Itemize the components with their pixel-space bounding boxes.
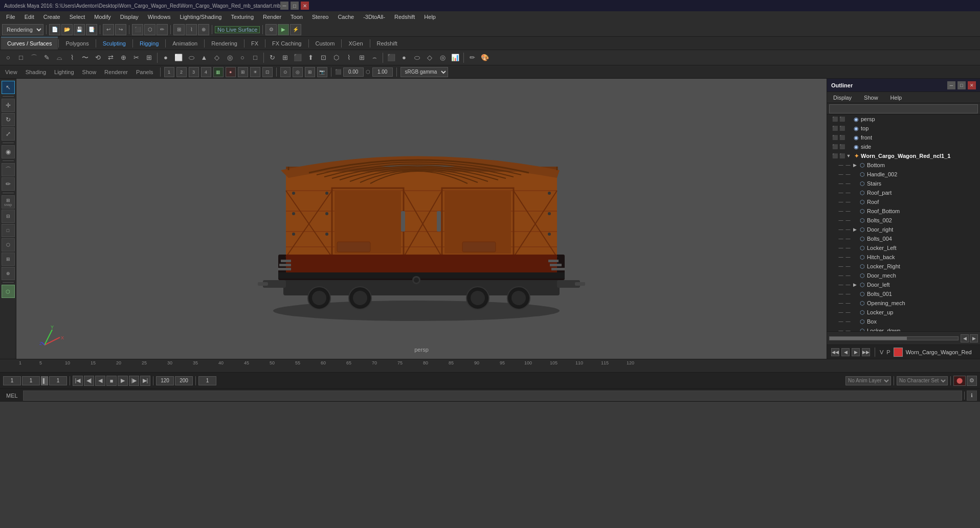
arc-tool[interactable]: ⌓	[53, 52, 65, 64]
outliner-maximize[interactable]: □	[957, 81, 966, 89]
tab-rigging[interactable]: Rigging	[133, 37, 165, 50]
loft-tool[interactable]: ⊞	[279, 52, 291, 64]
vis-icon2-roofbottom[interactable]: —	[844, 208, 852, 215]
auto-key-button[interactable]: ⬤	[953, 376, 966, 386]
outliner-item-roofpart[interactable]: — — ⬡ Roof_part	[827, 188, 980, 197]
gamma-field[interactable]	[372, 67, 393, 77]
vis-icon-bottom[interactable]: —	[837, 162, 844, 169]
renderer-menu[interactable]: Renderer	[101, 68, 131, 76]
render-group[interactable]: ⬡	[2, 238, 15, 251]
vis-icon-lockerdown[interactable]: —	[837, 327, 844, 331]
view-light[interactable]: ☀	[250, 67, 260, 77]
expand-side[interactable]	[845, 144, 852, 150]
extrude-tool[interactable]: ⬆	[304, 52, 317, 64]
char-settings-button[interactable]: ⚙	[967, 376, 977, 386]
outliner-item-roof[interactable]: — — ⬡ Roof	[827, 197, 980, 206]
vis-icon2-stairs[interactable]: —	[844, 180, 852, 187]
play-button[interactable]: ▶	[118, 376, 128, 386]
play-back-button[interactable]: ◀	[95, 376, 105, 386]
nurbs-sphere-tool[interactable]: ●	[160, 52, 172, 64]
material-swatch[interactable]	[894, 348, 903, 357]
vis-icon-front[interactable]: ⬛	[831, 134, 838, 141]
expand-bolts002[interactable]	[852, 217, 858, 223]
vis-icon2-lockerleft[interactable]: —	[844, 244, 852, 251]
menu-file[interactable]: File	[2, 13, 19, 21]
outliner-display-menu[interactable]: Display	[829, 94, 856, 102]
poly-torus-tool[interactable]: ◎	[436, 52, 449, 64]
lasso-button[interactable]: ⬡	[144, 24, 155, 35]
viewport-hud-button[interactable]: ⊞	[305, 67, 315, 77]
menu-edit[interactable]: Edit	[20, 13, 38, 21]
outliner-item-hitchback[interactable]: — — ⬡ Hitch_back	[827, 252, 980, 262]
expand-top[interactable]	[845, 125, 852, 131]
outliner-minimize[interactable]: ─	[947, 81, 955, 89]
character-set-select[interactable]: No Character Set	[897, 376, 948, 385]
view-menu[interactable]: View	[2, 68, 20, 76]
outliner-scrollbar-h[interactable]	[829, 336, 959, 340]
vis-icon-bolts004[interactable]: —	[837, 235, 844, 242]
tab-fx-caching[interactable]: FX Caching	[266, 37, 307, 50]
vis-icon2-doorright[interactable]: —	[844, 226, 852, 233]
outliner-item-doormech[interactable]: — — ⬡ Door_mech	[827, 271, 980, 280]
menu-lighting-shading[interactable]: Lighting/Shading	[175, 13, 226, 21]
anim-start-field[interactable]: 1	[3, 376, 21, 385]
step-back-button[interactable]: ◀|	[84, 376, 94, 386]
expand-bolts001[interactable]	[852, 291, 858, 297]
panels-menu[interactable]: Panels	[133, 68, 157, 76]
vis-icon2-bolts004[interactable]: —	[844, 235, 852, 242]
vis-icon-roof[interactable]: —	[837, 198, 844, 205]
prev-frame-button[interactable]: ◀	[841, 348, 850, 356]
shading-menu[interactable]: Shading	[23, 68, 49, 76]
outliner-item-handle002[interactable]: — — ⬡ Handle_002	[827, 170, 980, 179]
outliner-item-side[interactable]: ⬛ ⬛ ◉ side	[827, 142, 980, 151]
view-mode-3[interactable]: 3	[189, 67, 199, 77]
vis-icon-doormech[interactable]: —	[837, 272, 844, 279]
frame-number-field[interactable]	[198, 376, 216, 385]
vis-icon-persp[interactable]: ⬛	[831, 116, 838, 123]
outliner-item-doorleft[interactable]: — — ▶ ⬡ Door_left	[827, 280, 980, 289]
vis-icon2-doorleft[interactable]: —	[844, 281, 852, 288]
curve-rebuild-tool[interactable]: ⟲	[92, 52, 104, 64]
curve-ep-tool[interactable]: □	[15, 52, 27, 64]
menu-render[interactable]: Render	[259, 13, 285, 21]
vis-icon-stairs[interactable]: —	[837, 180, 844, 187]
rendering-dropdown[interactable]: Rendering	[2, 24, 43, 35]
tab-curves-surfaces[interactable]: Curves / Surfaces	[1, 37, 58, 50]
menu-create[interactable]: Create	[39, 13, 64, 21]
expand-lockerdown[interactable]	[852, 328, 858, 331]
tab-rendering[interactable]: Rendering	[205, 37, 243, 50]
ipr-render-button[interactable]: ⚡	[290, 24, 301, 35]
expand-bottom[interactable]: ▶	[852, 162, 858, 168]
nurbs-torus-tool[interactable]: ◎	[224, 52, 236, 64]
outliner-item-box[interactable]: — — ⬡ Box	[827, 317, 980, 326]
close-button[interactable]: ✕	[301, 2, 309, 10]
render-button[interactable]: ▶	[278, 24, 289, 35]
vis-icon2-doormech[interactable]: —	[844, 272, 852, 279]
expand-front[interactable]	[845, 134, 852, 141]
outliner-item-lockerup[interactable]: — — ⬡ Locker_up	[827, 308, 980, 317]
vis-icon-bolts001[interactable]: —	[837, 290, 844, 297]
tab-fx[interactable]: FX	[245, 37, 264, 50]
outliner-next-button[interactable]: ▶	[970, 334, 978, 342]
go-end-button[interactable]: ▶|	[140, 376, 150, 386]
rotate-tool-button[interactable]: ↻	[2, 113, 15, 126]
vis-icon-handle002[interactable]: —	[837, 171, 844, 178]
vis-icon2-top[interactable]: ⬛	[838, 125, 845, 132]
menu-stereo[interactable]: Stereo	[308, 13, 332, 21]
outliner-item-lockerdown[interactable]: — — ⬡ Locker_down	[827, 326, 980, 331]
step-forward-button[interactable]: |▶	[129, 376, 139, 386]
nurbs-circle-tool[interactable]: ○	[236, 52, 249, 64]
view-mode-4[interactable]: 4	[201, 67, 211, 77]
nurbs-cube-tool[interactable]: ⬜	[172, 52, 185, 64]
menu-windows[interactable]: Windows	[144, 13, 175, 21]
outliner-item-bolts004[interactable]: — — ⬡ Bolts_004	[827, 234, 980, 243]
xray-button[interactable]: ◎	[293, 67, 303, 77]
open-file-button[interactable]: 📂	[61, 24, 73, 35]
menu-display[interactable]: Display	[116, 13, 143, 21]
redo-button[interactable]: ↪	[115, 24, 126, 35]
undo-button[interactable]: ↩	[103, 24, 114, 35]
outliner-item-lockerright[interactable]: — — ⬡ Locker_Right	[827, 262, 980, 271]
poly-sphere-tool[interactable]: ●	[398, 52, 410, 64]
anim-group[interactable]: ⊞	[2, 252, 15, 266]
view-shaded-wire[interactable]: ⊡	[262, 67, 273, 77]
